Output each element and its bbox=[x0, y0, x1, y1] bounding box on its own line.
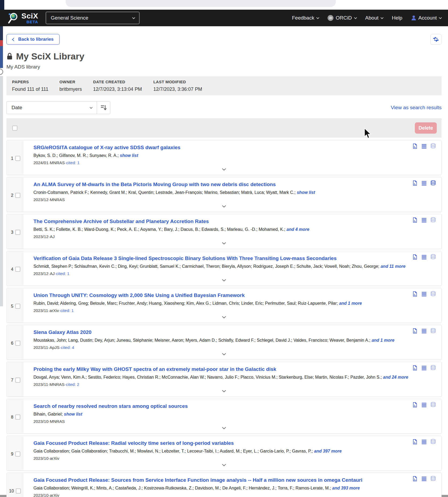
row-checkbox[interactable] bbox=[16, 488, 21, 494]
paper-title-link[interactable]: Probing the early Milky Way with GHOST s… bbox=[33, 366, 407, 372]
paper-title-link[interactable]: The Comprehensive Archive of Substellar … bbox=[33, 219, 407, 224]
pub-info: 2024/01·MNRAS bbox=[33, 160, 65, 165]
full-text-icon[interactable] bbox=[421, 402, 427, 408]
row-checkbox[interactable] bbox=[15, 341, 20, 346]
data-products-icon[interactable] bbox=[430, 291, 436, 297]
row-checkbox[interactable] bbox=[15, 304, 20, 309]
row-checkbox[interactable] bbox=[15, 156, 20, 161]
expand-row-chevron-icon[interactable] bbox=[222, 279, 226, 281]
row-checkbox[interactable] bbox=[15, 378, 20, 383]
author-expand-link[interactable]: show list bbox=[120, 153, 138, 158]
row-checkbox[interactable] bbox=[15, 415, 20, 420]
paper-authors: Gaia Collaboration; Gaia Collaboration; … bbox=[33, 449, 407, 454]
expand-row-chevron-icon[interactable] bbox=[222, 242, 226, 244]
nav-orcid[interactable]: iD ORCiD bbox=[328, 15, 356, 21]
paper-title-link[interactable]: Siena Galaxy Atlas 2020 bbox=[33, 329, 407, 335]
select-all-checkbox[interactable] bbox=[12, 126, 17, 131]
abstract-icon[interactable] bbox=[412, 217, 418, 223]
view-as-search-results-link[interactable]: View as search results bbox=[391, 105, 442, 111]
expand-row-chevron-icon[interactable] bbox=[222, 205, 226, 208]
nav-feedback[interactable]: Feedback bbox=[292, 15, 318, 21]
paper-title-link[interactable]: Gaia Focused Product Release: Radial vel… bbox=[33, 440, 407, 446]
paper-title-link[interactable]: Union Through UNITY: Cosmology with 2,00… bbox=[33, 292, 407, 298]
expand-row-chevron-icon[interactable] bbox=[222, 316, 226, 318]
full-text-icon[interactable] bbox=[421, 365, 427, 371]
library-settings-button[interactable] bbox=[430, 34, 442, 45]
abstract-icon[interactable] bbox=[412, 180, 418, 186]
cited-link[interactable]: ·cited: 2 bbox=[64, 382, 79, 387]
abstract-icon[interactable] bbox=[412, 254, 418, 260]
paper-row: 6 Siena Galaxy Atlas 2020 Moustakas, Joh… bbox=[6, 325, 442, 360]
chevron-down-icon bbox=[354, 16, 357, 19]
full-text-icon[interactable] bbox=[421, 143, 427, 149]
data-products-icon[interactable] bbox=[430, 328, 436, 334]
full-text-icon[interactable] bbox=[421, 217, 427, 223]
paper-meta: 2023/10·arXiv bbox=[33, 493, 407, 497]
full-text-icon[interactable] bbox=[421, 291, 427, 297]
paper-title-link[interactable]: Verification of Gaia Data Release 3 Sing… bbox=[33, 255, 407, 261]
paper-title-link[interactable]: SRG/eROSITA catalogue of X-ray active SD… bbox=[33, 145, 407, 150]
row-checkbox[interactable] bbox=[15, 193, 20, 198]
row-checkbox[interactable] bbox=[15, 230, 20, 235]
delete-button[interactable]: Delete bbox=[415, 122, 437, 134]
author-expand-link[interactable]: and 397 more bbox=[314, 449, 342, 453]
paper-meta: 2023/11·ApJS·cited: 4 bbox=[33, 345, 407, 350]
nav-help[interactable]: Help bbox=[392, 15, 402, 21]
expand-row-chevron-icon[interactable] bbox=[222, 353, 226, 355]
abstract-icon[interactable] bbox=[412, 476, 418, 481]
chevron-down-icon bbox=[316, 16, 319, 19]
abstract-icon[interactable] bbox=[412, 402, 418, 408]
author-expand-link[interactable]: and 1 more bbox=[371, 338, 394, 342]
cited-link[interactable]: ·cited: 1 bbox=[59, 308, 74, 313]
full-text-icon[interactable] bbox=[421, 328, 427, 334]
author-expand-link[interactable]: show list bbox=[64, 412, 82, 416]
cited-link[interactable]: ·cited: 1 bbox=[55, 271, 69, 276]
author-expand-link[interactable]: and 11 more bbox=[381, 264, 405, 269]
discipline-selector[interactable]: General Science bbox=[46, 12, 139, 24]
abstract-icon[interactable] bbox=[412, 291, 418, 297]
scix-logo[interactable]: SciX BETA bbox=[7, 12, 38, 24]
paper-title-link[interactable]: Search of nearby resolved neutron stars … bbox=[33, 403, 407, 409]
expand-row-chevron-icon[interactable] bbox=[222, 168, 226, 171]
full-text-icon[interactable] bbox=[421, 180, 427, 186]
full-text-icon[interactable] bbox=[421, 254, 427, 260]
library-meta-bar: PAPERS Found 111 of 111 OWNER britbmyers… bbox=[6, 76, 442, 95]
data-products-icon[interactable] bbox=[430, 402, 436, 408]
author-expand-link[interactable]: and 24 more bbox=[383, 375, 408, 379]
row-checkbox[interactable] bbox=[15, 267, 20, 272]
expand-row-chevron-icon[interactable] bbox=[222, 464, 226, 466]
data-products-icon[interactable] bbox=[430, 365, 436, 371]
sort-direction-button[interactable] bbox=[97, 101, 110, 114]
author-expand-link[interactable]: show list bbox=[297, 190, 315, 195]
author-expand-link[interactable]: and 4 more bbox=[287, 227, 309, 232]
pub-info: 2023/11·ApJS bbox=[33, 345, 59, 350]
cited-link[interactable]: ·cited: 1 bbox=[65, 160, 79, 165]
data-products-icon[interactable] bbox=[430, 254, 436, 260]
data-products-icon[interactable] bbox=[430, 439, 436, 445]
abstract-icon[interactable] bbox=[412, 439, 418, 445]
data-products-icon[interactable] bbox=[430, 476, 436, 481]
abstract-icon[interactable] bbox=[412, 328, 418, 334]
nav-about[interactable]: About bbox=[365, 15, 383, 21]
data-products-icon[interactable] bbox=[430, 143, 436, 149]
nav-account[interactable]: Account bbox=[411, 15, 441, 21]
expand-row-chevron-icon[interactable] bbox=[222, 390, 226, 392]
back-to-libraries-button[interactable]: Back to libraries bbox=[6, 34, 60, 45]
author-expand-link[interactable]: and 393 more bbox=[332, 486, 360, 490]
cited-link[interactable]: ·cited: 4 bbox=[59, 345, 74, 350]
row-checkbox[interactable] bbox=[15, 451, 20, 457]
data-products-icon[interactable] bbox=[430, 180, 436, 186]
paper-meta: 2023/11·arXiv·cited: 1 bbox=[33, 308, 407, 313]
expand-row-chevron-icon[interactable] bbox=[222, 427, 226, 429]
data-products-icon[interactable] bbox=[430, 217, 436, 223]
sort-select[interactable]: Date bbox=[7, 101, 97, 114]
abstract-icon[interactable] bbox=[412, 143, 418, 149]
abstract-icon[interactable] bbox=[412, 365, 418, 371]
author-expand-link[interactable]: and 1 more bbox=[339, 301, 362, 306]
full-text-icon[interactable] bbox=[421, 439, 427, 445]
chevron-down-icon bbox=[90, 106, 93, 109]
full-text-icon[interactable] bbox=[421, 476, 427, 481]
paper-row: 10 Gaia Focused Product Release: Sources… bbox=[6, 473, 442, 497]
paper-title-link[interactable]: Gaia Focused Product Release: Sources fr… bbox=[33, 477, 407, 483]
paper-title-link[interactable]: An ALMA Survey of M-dwarfs in the Beta P… bbox=[33, 182, 407, 187]
